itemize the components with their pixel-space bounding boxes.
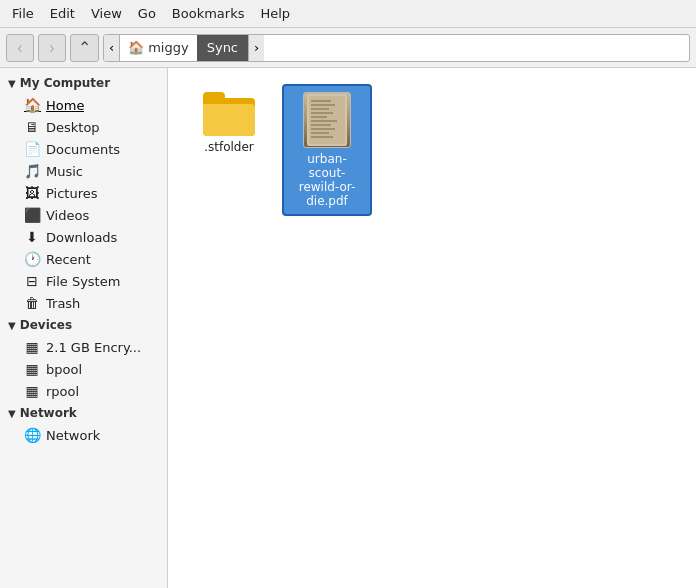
- sidebar-item-rpool[interactable]: ▦ rpool: [0, 380, 167, 402]
- sidebar-item-desktop[interactable]: 🖥 Desktop: [0, 116, 167, 138]
- sidebar-item-label: Music: [46, 164, 83, 179]
- downloads-icon: ⬇: [24, 229, 40, 245]
- menu-bookmarks[interactable]: Bookmarks: [164, 4, 253, 23]
- sidebar-section-network[interactable]: ▼ Network: [0, 402, 167, 424]
- network-arrow-icon: ▼: [8, 408, 16, 419]
- file-label: .stfolder: [204, 140, 254, 154]
- encrypted-icon: ▦: [24, 339, 40, 355]
- menu-edit[interactable]: Edit: [42, 4, 83, 23]
- sidebar-section-devices[interactable]: ▼ Devices: [0, 314, 167, 336]
- chevron-right-icon: ›: [254, 40, 259, 55]
- sidebar-item-downloads[interactable]: ⬇ Downloads: [0, 226, 167, 248]
- sync-label: Sync: [207, 40, 238, 55]
- sidebar-item-label: Pictures: [46, 186, 97, 201]
- sidebar-item-label: Desktop: [46, 120, 100, 135]
- menu-go[interactable]: Go: [130, 4, 164, 23]
- sidebar-item-pictures[interactable]: 🖼 Pictures: [0, 182, 167, 204]
- back-button[interactable]: ‹: [6, 34, 34, 62]
- my-computer-label: My Computer: [20, 76, 110, 90]
- file-item-pdf[interactable]: urban-scout-rewild-or-die.pdf: [282, 84, 372, 216]
- forward-button[interactable]: ›: [38, 34, 66, 62]
- menubar: File Edit View Go Bookmarks Help: [0, 0, 696, 28]
- svg-rect-2: [311, 100, 331, 102]
- path-next-arrow[interactable]: ›: [248, 35, 264, 61]
- devices-label: Devices: [20, 318, 72, 332]
- network-icon: 🌐: [24, 427, 40, 443]
- bpool-icon: ▦: [24, 361, 40, 377]
- sidebar-item-label: rpool: [46, 384, 79, 399]
- my-computer-arrow-icon: ▼: [8, 78, 16, 89]
- menu-file[interactable]: File: [4, 4, 42, 23]
- sidebar-item-label: Documents: [46, 142, 120, 157]
- recent-icon: 🕐: [24, 251, 40, 267]
- svg-rect-4: [311, 108, 329, 110]
- sidebar-item-label: Downloads: [46, 230, 117, 245]
- menu-view[interactable]: View: [83, 4, 130, 23]
- sidebar: ▼ My Computer 🏠 Home 🖥 Desktop 📄 Documen…: [0, 68, 168, 588]
- filesystem-icon: ⊟: [24, 273, 40, 289]
- svg-rect-8: [311, 124, 331, 126]
- sidebar-section-my-computer[interactable]: ▼ My Computer: [0, 72, 167, 94]
- sidebar-item-filesystem[interactable]: ⊟ File System: [0, 270, 167, 292]
- sidebar-item-label: File System: [46, 274, 120, 289]
- pictures-icon: 🖼: [24, 185, 40, 201]
- rpool-icon: ▦: [24, 383, 40, 399]
- sidebar-item-label: 2.1 GB Encry...: [46, 340, 141, 355]
- svg-rect-7: [311, 120, 337, 122]
- sidebar-item-trash[interactable]: 🗑 Trash: [0, 292, 167, 314]
- sidebar-item-videos[interactable]: ⬛ Videos: [0, 204, 167, 226]
- main-layout: ▼ My Computer 🏠 Home 🖥 Desktop 📄 Documen…: [0, 68, 696, 588]
- pdf-icon: [303, 92, 351, 148]
- folder-icon: [203, 92, 255, 136]
- sidebar-item-documents[interactable]: 📄 Documents: [0, 138, 167, 160]
- sidebar-item-network[interactable]: 🌐 Network: [0, 424, 167, 446]
- sidebar-item-bpool[interactable]: ▦ bpool: [0, 358, 167, 380]
- file-item-stfolder[interactable]: .stfolder: [184, 84, 274, 216]
- path-bar: ‹ 🏠 miggy Sync ›: [103, 34, 690, 62]
- sidebar-item-label: Trash: [46, 296, 80, 311]
- sidebar-item-recent[interactable]: 🕐 Recent: [0, 248, 167, 270]
- sidebar-item-encrypted[interactable]: ▦ 2.1 GB Encry...: [0, 336, 167, 358]
- sidebar-item-label: Home: [46, 98, 84, 113]
- svg-rect-9: [311, 128, 335, 130]
- toolbar: ‹ › ⌃ ‹ 🏠 miggy Sync ›: [0, 28, 696, 68]
- path-prev-arrow[interactable]: ‹: [104, 35, 120, 61]
- svg-rect-6: [311, 116, 327, 118]
- svg-rect-11: [311, 136, 333, 138]
- chevron-left-icon: ‹: [109, 40, 114, 55]
- sidebar-item-label: Recent: [46, 252, 91, 267]
- trash-icon: 🗑: [24, 295, 40, 311]
- svg-rect-3: [311, 104, 335, 106]
- devices-arrow-icon: ▼: [8, 320, 16, 331]
- network-section-label: Network: [20, 406, 77, 420]
- sidebar-item-label: Network: [46, 428, 100, 443]
- svg-rect-5: [311, 112, 333, 114]
- sidebar-item-label: bpool: [46, 362, 82, 377]
- menu-help[interactable]: Help: [252, 4, 298, 23]
- path-location-label: miggy: [148, 40, 188, 55]
- file-label: urban-scout-rewild-or-die.pdf: [290, 152, 364, 208]
- music-icon: 🎵: [24, 163, 40, 179]
- sync-button[interactable]: Sync: [197, 35, 248, 61]
- file-area: .stfolder urba: [168, 68, 696, 588]
- videos-icon: ⬛: [24, 207, 40, 223]
- sidebar-item-home[interactable]: 🏠 Home: [0, 94, 167, 116]
- path-home-section[interactable]: 🏠 miggy: [120, 40, 196, 55]
- svg-rect-10: [311, 132, 329, 134]
- sidebar-item-label: Videos: [46, 208, 89, 223]
- desktop-icon: 🖥: [24, 119, 40, 135]
- documents-icon: 📄: [24, 141, 40, 157]
- home-icon: 🏠: [24, 97, 40, 113]
- up-button[interactable]: ⌃: [70, 34, 99, 62]
- home-icon: 🏠: [128, 40, 144, 55]
- sidebar-item-music[interactable]: 🎵 Music: [0, 160, 167, 182]
